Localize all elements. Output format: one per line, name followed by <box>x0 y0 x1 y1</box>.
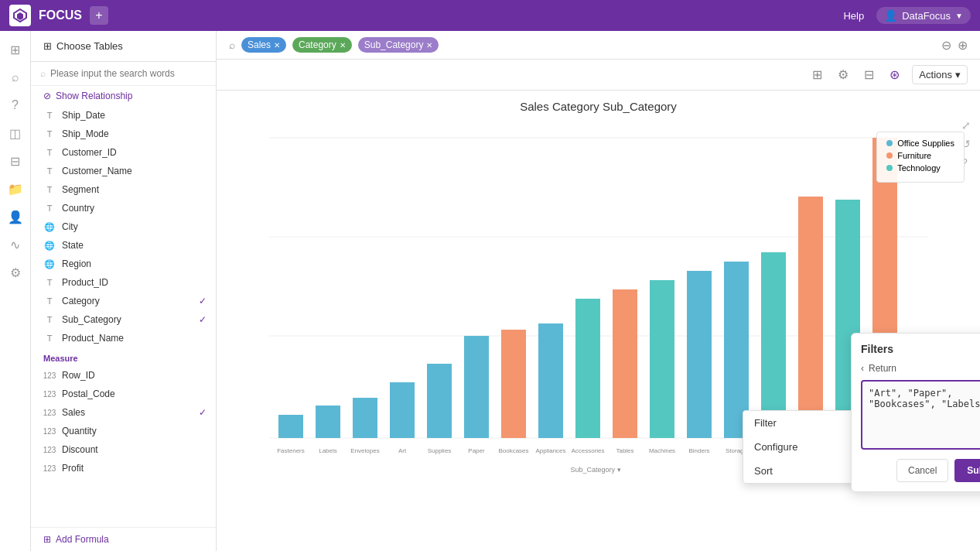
data-panel: ⊞ Choose Tables ⌕ ⊘ Show Relationship T … <box>31 31 217 551</box>
svg-text:Tables: Tables <box>616 447 633 454</box>
users-nav-icon[interactable]: 👤 <box>3 204 28 229</box>
table-view-icon[interactable]: ⊞ <box>809 64 825 85</box>
analytics-nav-icon[interactable]: ∿ <box>3 232 28 257</box>
geo-type-icon: 🌐 <box>43 239 56 252</box>
chip-sales-close[interactable]: ✕ <box>274 41 280 50</box>
svg-rect-29 <box>613 289 637 438</box>
context-sort-label: Sort <box>754 465 773 477</box>
help-link[interactable]: Help <box>843 10 864 22</box>
question-nav-icon[interactable]: ? <box>3 93 28 118</box>
choose-tables-button[interactable]: ⊞ Choose Tables <box>31 31 216 62</box>
settings-toolbar-icon[interactable]: ⚙ <box>835 64 852 85</box>
search-input[interactable] <box>50 68 207 79</box>
field-checked-icon: ✓ <box>199 296 207 306</box>
filter-return-label: Return <box>869 363 896 374</box>
svg-text:Accessories: Accessories <box>571 447 604 454</box>
svg-rect-31 <box>650 280 674 438</box>
field-row-id[interactable]: 123 Row_ID <box>31 366 216 385</box>
geo-type-icon: 🌐 <box>43 258 56 270</box>
field-checked-icon: ✓ <box>199 314 207 325</box>
filter-actions: Cancel Submit <box>861 459 980 482</box>
field-ship-date[interactable]: T Ship_Date <box>31 106 216 125</box>
grid-nav-icon[interactable]: ⊟ <box>3 149 28 173</box>
field-sub-category[interactable]: T Sub_Category ✓ <box>31 310 216 329</box>
search-box[interactable]: ⌕ <box>31 62 216 86</box>
show-relationship-toggle[interactable]: ⊘ Show Relationship <box>31 86 216 106</box>
context-configure-label: Configure <box>754 441 797 453</box>
geo-type-icon: 🌐 <box>43 221 56 233</box>
field-product-id[interactable]: T Product_ID <box>31 273 216 292</box>
field-name: Sub_Category <box>62 314 121 325</box>
user-badge[interactable]: 👤 DataFocus ▼ <box>876 7 971 24</box>
text-type-icon: T <box>43 165 56 177</box>
search-area: ⌕ Sales ✕ Category ✕ Sub_Category ✕ ⊖ ⊕ <box>217 31 980 60</box>
field-category[interactable]: T Category ✓ <box>31 292 216 310</box>
svg-rect-19 <box>427 364 452 438</box>
chip-category[interactable]: Category ✕ <box>292 37 352 53</box>
field-name: City <box>62 221 78 232</box>
field-segment[interactable]: T Segment <box>31 180 216 199</box>
settings-nav-icon[interactable]: ⚙ <box>3 260 28 285</box>
svg-rect-13 <box>316 406 340 438</box>
field-product-name[interactable]: T Product_Name <box>31 329 216 347</box>
search-nav-icon[interactable]: ⌕ <box>3 65 28 90</box>
field-ship-mode[interactable]: T Ship_Mode <box>31 125 216 143</box>
field-discount[interactable]: 123 Discount <box>31 440 216 459</box>
chart-toolbar-icon[interactable]: ⊛ <box>886 64 903 85</box>
field-customer-id[interactable]: T Customer_ID <box>31 143 216 162</box>
field-city[interactable]: 🌐 City <box>31 217 216 236</box>
filter-textarea[interactable]: "Art", "Paper", "Bookcases", "Labels" <box>861 380 980 450</box>
text-type-icon: T <box>43 128 56 140</box>
field-region[interactable]: 🌐 Region <box>31 255 216 273</box>
field-checked-icon: ✓ <box>199 407 207 418</box>
field-country[interactable]: T Country <box>31 199 216 217</box>
context-filter[interactable]: Filter › <box>743 411 866 435</box>
actions-label: Actions <box>919 69 952 80</box>
field-sales[interactable]: 123 Sales ✓ <box>31 403 216 422</box>
add-tab-button[interactable]: + <box>90 6 108 25</box>
context-sort[interactable]: Sort <box>743 459 866 483</box>
search-minus-icon[interactable]: ⊖ <box>941 38 951 53</box>
numeric-type-icon: 123 <box>43 462 56 474</box>
field-profit[interactable]: 123 Profit <box>31 459 216 477</box>
chart-nav-icon[interactable]: ◫ <box>3 121 28 145</box>
context-configure[interactable]: Configure › <box>743 435 866 459</box>
svg-rect-21 <box>464 336 489 438</box>
field-name: Segment <box>62 184 99 195</box>
grid-toolbar-icon[interactable]: ⊟ <box>861 64 877 85</box>
field-name: Quantity <box>62 426 97 436</box>
field-quantity[interactable]: 123 Quantity <box>31 422 216 440</box>
filter-submit-button[interactable]: Submit <box>954 459 980 482</box>
home-icon[interactable]: ⊞ <box>3 37 28 62</box>
chart-toolbar: ⊞ ⚙ ⊟ ⊛ Actions ▾ <box>217 60 980 91</box>
field-name: Ship_Date <box>62 110 105 121</box>
field-name: Postal_Code <box>62 388 115 399</box>
chart-title: Sales Category Sub_Category <box>217 91 980 116</box>
folder-nav-icon[interactable]: 📁 <box>3 176 28 201</box>
svg-rect-17 <box>390 382 415 438</box>
search-icon[interactable]: ⌕ <box>229 39 235 51</box>
filter-popup-title: Filters <box>861 343 980 355</box>
svg-text:Supplies: Supplies <box>428 447 452 454</box>
numeric-type-icon: 123 <box>43 406 56 419</box>
chip-sales[interactable]: Sales ✕ <box>241 37 286 53</box>
field-state[interactable]: 🌐 State <box>31 236 216 255</box>
chip-subcategory-close[interactable]: ✕ <box>426 41 432 50</box>
numeric-type-icon: 123 <box>43 369 56 382</box>
numeric-type-icon: 123 <box>43 425 56 437</box>
chip-subcategory-label: Sub_Category <box>364 39 424 50</box>
chip-subcategory[interactable]: Sub_Category ✕ <box>358 37 439 53</box>
filter-return-row[interactable]: ‹ Return <box>861 363 980 374</box>
field-customer-name[interactable]: T Customer_Name <box>31 162 216 180</box>
filter-cancel-button[interactable]: Cancel <box>896 459 948 482</box>
svg-rect-15 <box>353 398 377 438</box>
actions-button[interactable]: Actions ▾ <box>912 65 968 84</box>
add-formula-button[interactable]: ⊞ Add Formula <box>31 527 216 551</box>
svg-text:Art: Art <box>398 447 407 454</box>
field-name: Product_ID <box>62 277 108 288</box>
chip-category-close[interactable]: ✕ <box>340 41 346 50</box>
search-plus-icon[interactable]: ⊕ <box>958 38 968 53</box>
chart-area: Sales Category Sub_Category ⤢ ↺ ? 300K 2… <box>217 91 980 551</box>
measure-section-label: Measure <box>31 347 216 366</box>
field-postal-code[interactable]: 123 Postal_Code <box>31 385 216 403</box>
